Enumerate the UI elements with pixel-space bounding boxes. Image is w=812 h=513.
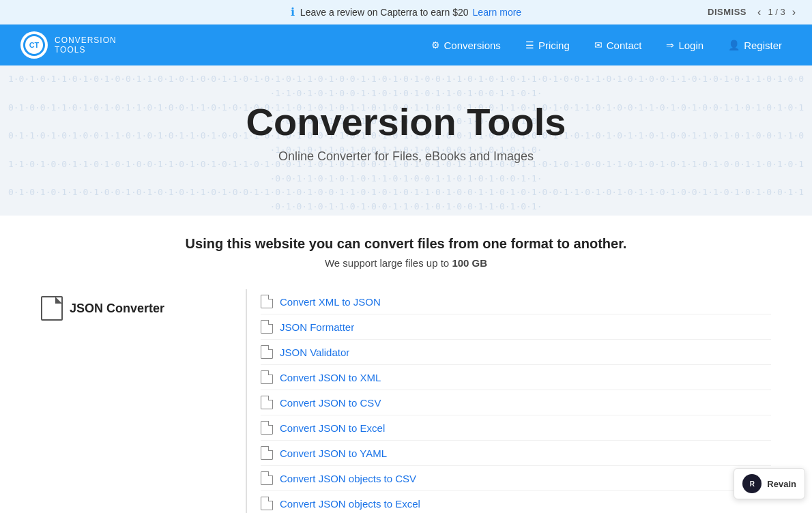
file-icon (261, 471, 273, 485)
nav-register-label: Register (744, 40, 782, 51)
converter-link-item[interactable]: JSON Formatter (261, 314, 771, 340)
file-icon (261, 295, 273, 308)
converter-link-item[interactable]: Convert JSON to Excel (261, 415, 771, 441)
file-icon (261, 396, 273, 409)
converter-link-label: Convert JSON objects to Excel (280, 498, 420, 510)
json-file-icon (41, 296, 63, 321)
converter-link-item[interactable]: Convert JSON to XML (261, 365, 771, 390)
nav-login[interactable]: ⇒ Login (656, 34, 713, 57)
top-banner: ℹ Leave a review on Capterra to earn $20… (0, 0, 812, 25)
converter-title: JSON Converter (41, 296, 232, 321)
learn-more-link[interactable]: Learn more (473, 7, 522, 18)
converter-link-label: Convert JSON objects to CSV (280, 473, 416, 484)
converter-links: Convert XML to JSONJSON FormatterJSON Va… (246, 289, 771, 513)
logo-icon: CT (20, 31, 48, 59)
converter-link-item[interactable]: Convert XML to JSON (261, 289, 771, 314)
tagline-section: Using this website you can convert files… (0, 216, 812, 276)
file-icon (261, 345, 273, 359)
converter-link-label: Convert JSON to XML (280, 372, 381, 383)
logo-text: CONVERSION TOOLS (55, 35, 117, 55)
converter-link-item[interactable]: Convert JSON to CSV (261, 390, 771, 415)
converter-link-item[interactable]: JSON Validator (261, 340, 771, 365)
banner-message: Leave a review on Capterra to earn $20 (300, 7, 469, 18)
file-icon (261, 497, 273, 510)
converter-sidebar: JSON Converter (41, 289, 232, 513)
nav-contact-label: Contact (607, 40, 642, 51)
content-section: JSON Converter Convert XML to JSONJSON F… (0, 276, 812, 513)
revain-widget: R Revain (734, 468, 805, 499)
logo-icon-inner: CT (23, 34, 45, 56)
revain-label: Revain (767, 479, 796, 489)
pricing-icon: ☰ (525, 40, 534, 50)
banner-counter: 1 / 3 (768, 7, 785, 17)
converter-link-label: Convert XML to JSON (280, 296, 381, 308)
converter-link-label: Convert JSON to Excel (280, 422, 385, 434)
converter-link-item[interactable]: Convert JSON to YAML (261, 441, 771, 466)
converter-link-label: Convert JSON to YAML (280, 448, 387, 459)
revain-logo-icon: R (742, 474, 762, 493)
tagline-main: Using this website you can convert files… (14, 236, 798, 252)
nav-contact[interactable]: ✉ Contact (585, 34, 652, 57)
conversions-icon: ⚙ (431, 40, 440, 50)
logo-link[interactable]: CT CONVERSION TOOLS (20, 31, 117, 59)
main-header: CT CONVERSION TOOLS ⚙ Conversions ☰ Pric… (0, 25, 812, 65)
nav-conversions-label: Conversions (444, 40, 501, 51)
nav-pricing[interactable]: ☰ Pricing (516, 34, 579, 57)
nav-conversions[interactable]: ⚙ Conversions (422, 34, 510, 57)
file-icon (261, 370, 273, 384)
tagline-sub: We support large files up to 100 GB (14, 257, 798, 269)
banner-nav: ‹ 1 / 3 › (755, 5, 798, 20)
converter-link-label: JSON Formatter (280, 321, 354, 333)
hero-section: 1·0·1·0·1·1·0·1·0·1·0·0·1·1·0·1·0·1·0·0·… (0, 65, 812, 216)
login-icon: ⇒ (666, 40, 674, 50)
converter-link-label: JSON Validator (280, 347, 349, 358)
contact-icon: ✉ (594, 40, 603, 50)
info-icon: ℹ (291, 5, 295, 18)
nav-login-label: Login (678, 40, 704, 51)
converter-link-label: Convert JSON to CSV (280, 397, 381, 409)
register-icon: 👤 (728, 40, 740, 50)
hero-content: Conversion Tools Online Converter for Fi… (14, 100, 798, 164)
banner-right: DISMISS ‹ 1 / 3 › (708, 5, 798, 20)
file-icon (261, 446, 273, 460)
nav-register[interactable]: 👤 Register (719, 34, 792, 57)
nav-pricing-label: Pricing (538, 40, 570, 51)
banner-prev-button[interactable]: ‹ (755, 5, 764, 20)
file-icon (261, 421, 273, 435)
dismiss-button[interactable]: DISMISS (708, 7, 746, 17)
banner-next-button[interactable]: › (789, 5, 798, 20)
converter-link-item[interactable]: Convert JSON objects to Excel (261, 491, 771, 513)
main-nav: ⚙ Conversions ☰ Pricing ✉ Contact ⇒ Logi… (422, 34, 792, 57)
file-icon (261, 320, 273, 334)
hero-title: Conversion Tools (14, 100, 798, 144)
converter-link-item[interactable]: Convert JSON objects to CSV (261, 466, 771, 491)
hero-subtitle: Online Converter for Files, eBooks and I… (14, 149, 798, 164)
